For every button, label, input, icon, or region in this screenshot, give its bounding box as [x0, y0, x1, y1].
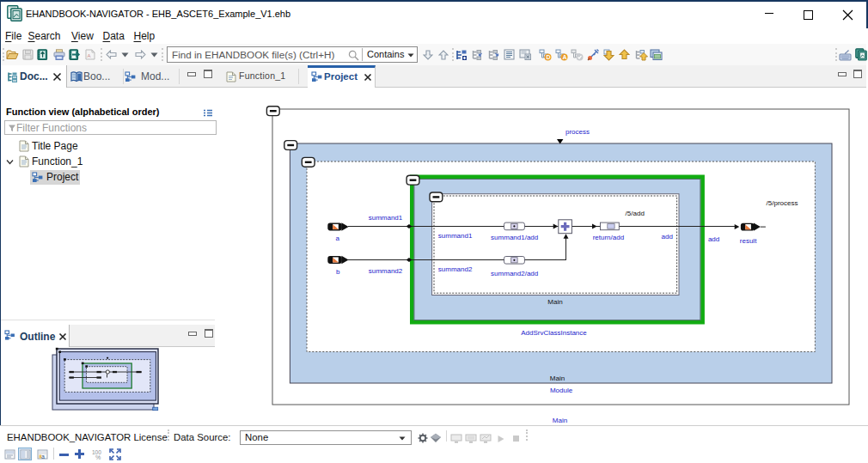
svg-text:a: a [41, 454, 45, 460]
svg-text:return/add: return/add [593, 234, 624, 241]
svg-text:summand2: summand2 [438, 265, 473, 273]
svg-text:add: add [708, 235, 719, 243]
svg-text:Main: Main [553, 417, 567, 424]
svg-text:AddSrvClassInstance: AddSrvClassInstance [521, 329, 587, 337]
svg-text:b: b [336, 268, 340, 276]
svg-text:result: result [740, 237, 757, 245]
svg-text:/5/process: /5/process [767, 199, 798, 207]
svg-text:A: A [562, 54, 566, 60]
svg-text:summand2/add: summand2/add [491, 270, 538, 277]
svg-text:summand1: summand1 [369, 214, 403, 222]
svg-text:Module: Module [550, 387, 573, 394]
svg-text:D: D [547, 54, 551, 60]
svg-text:a: a [336, 235, 340, 242]
svg-text:add: add [662, 233, 673, 241]
svg-text:Main: Main [550, 375, 565, 382]
svg-text:summand2: summand2 [369, 267, 403, 275]
svg-text:/5/add: /5/add [626, 210, 645, 217]
svg-text:summand1: summand1 [438, 232, 473, 240]
svg-text:Main: Main [547, 298, 562, 306]
svg-text:process: process [565, 128, 590, 136]
svg-text:summand1/add: summand1/add [491, 234, 538, 241]
svg-text:A: A [88, 53, 91, 58]
svg-text:%: % [95, 454, 101, 460]
